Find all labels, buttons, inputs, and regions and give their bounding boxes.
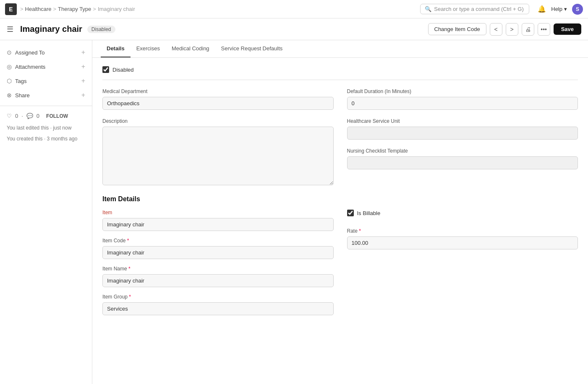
- nursing-checklist-input[interactable]: [347, 156, 578, 169]
- disabled-label: Disabled: [112, 67, 134, 73]
- item-label: Item: [102, 210, 334, 215]
- medical-department-input[interactable]: [102, 97, 334, 110]
- rate-label: Rate *: [347, 228, 578, 234]
- breadcrumb-sep2: >: [93, 6, 96, 12]
- description-input[interactable]: [102, 127, 334, 185]
- menu-icon[interactable]: ☰: [7, 25, 13, 34]
- nursing-checklist-group: Nursing Checklist Template: [347, 148, 578, 169]
- rate-group: Rate *: [347, 228, 578, 249]
- help-button[interactable]: Help ▾: [551, 6, 567, 12]
- search-bar[interactable]: 🔍 Search or type a command (Ctrl + G): [420, 4, 529, 14]
- like-count: 0: [15, 113, 18, 119]
- sidebar-attachments-label: Attachments: [15, 64, 78, 70]
- disabled-section: Disabled: [102, 66, 578, 80]
- tab-details[interactable]: Details: [101, 40, 131, 57]
- tags-icon: ⬡: [7, 78, 12, 84]
- sidebar-item-attachments[interactable]: ◎ Attachments +: [0, 60, 92, 74]
- attachments-add-icon[interactable]: +: [81, 63, 85, 70]
- item-details-grid: Item Item Code * Item Name * Item Group …: [102, 210, 578, 315]
- follow-button[interactable]: FOLLOW: [46, 113, 68, 119]
- rate-input[interactable]: [347, 236, 578, 249]
- sidebar-item-share[interactable]: ⊗ Share +: [0, 88, 92, 102]
- item-group-input[interactable]: [102, 302, 334, 315]
- item-code-label: Item Code *: [102, 238, 334, 244]
- like-comment-row: ♡ 0 · 💬 0 FOLLOW: [0, 109, 92, 122]
- item-left-col: Item Item Code * Item Name * Item Group …: [102, 210, 334, 315]
- medical-department-group: Medical Department: [102, 88, 334, 110]
- nursing-checklist-label: Nursing Checklist Template: [347, 148, 578, 154]
- assigned-to-add-icon[interactable]: +: [81, 49, 85, 56]
- item-name-group: Item Name *: [102, 266, 334, 287]
- content-area: Details Exercises Medical Coding Service…: [92, 40, 588, 384]
- default-duration-group: Default Duration (In Minutes): [347, 88, 578, 110]
- breadcrumb-current: Imaginary chair: [98, 6, 135, 12]
- tags-add-icon[interactable]: +: [81, 77, 85, 85]
- sidebar-share-label: Share: [15, 92, 78, 99]
- app-icon[interactable]: E: [5, 3, 17, 15]
- item-group: Item: [102, 210, 334, 231]
- heart-icon[interactable]: ♡: [7, 113, 12, 119]
- breadcrumb-healthcare[interactable]: Healthcare: [25, 6, 52, 12]
- tab-exercises[interactable]: Exercises: [131, 40, 166, 57]
- item-code-input[interactable]: [102, 246, 334, 259]
- item-group-req: *: [129, 294, 131, 300]
- description-group: Description: [102, 118, 334, 185]
- breadcrumb-sep1: >: [53, 6, 56, 12]
- save-button[interactable]: Save: [554, 23, 581, 35]
- comment-icon[interactable]: 💬: [26, 113, 33, 119]
- help-chevron-icon: ▾: [564, 6, 567, 12]
- tab-service-request-defaults[interactable]: Service Request Defaults: [215, 40, 289, 57]
- next-button[interactable]: >: [506, 23, 518, 36]
- breadcrumb: > Healthcare > Therapy Type > Imaginary …: [20, 6, 135, 12]
- item-input[interactable]: [102, 218, 334, 231]
- change-item-code-button[interactable]: Change Item Code: [428, 23, 486, 35]
- user-avatar[interactable]: S: [572, 4, 583, 15]
- page-header: ☰ Imaginary chair Disabled Change Item C…: [0, 18, 588, 40]
- search-icon: 🔍: [425, 6, 431, 12]
- item-code-group: Item Code *: [102, 238, 334, 259]
- healthcare-service-unit-group: Healthcare Service Unit: [347, 118, 578, 140]
- item-name-label: Item Name *: [102, 266, 334, 272]
- sidebar-item-assigned-to[interactable]: ⊙ Assigned To +: [0, 45, 92, 60]
- assigned-to-icon: ⊙: [7, 49, 12, 56]
- sidebar-assigned-to-label: Assigned To: [15, 49, 78, 56]
- topbar: E > Healthcare > Therapy Type > Imaginar…: [0, 0, 588, 18]
- description-label: Description: [102, 118, 334, 124]
- prev-button[interactable]: <: [490, 23, 502, 36]
- right-col-group: Healthcare Service Unit Nursing Checklis…: [347, 118, 578, 185]
- dot-separator: ·: [21, 113, 23, 119]
- is-billable-checkbox[interactable]: [347, 210, 354, 216]
- breadcrumb-sep0: >: [20, 6, 24, 12]
- default-duration-input[interactable]: [347, 97, 578, 110]
- form-content: Disabled Medical Department Default Dura…: [92, 58, 588, 324]
- sidebar-item-tags[interactable]: ⬡ Tags +: [0, 74, 92, 88]
- tab-medical-coding[interactable]: Medical Coding: [166, 40, 215, 57]
- rate-req: *: [359, 228, 361, 234]
- attachments-icon: ◎: [7, 63, 12, 70]
- comment-count: 0: [37, 113, 39, 119]
- is-billable-row: Is Billable: [347, 210, 578, 216]
- details-grid: Medical Department Default Duration (In …: [102, 88, 578, 185]
- healthcare-service-unit-label: Healthcare Service Unit: [347, 118, 578, 124]
- header-actions: Change Item Code < > 🖨 ••• Save: [428, 23, 582, 36]
- item-code-req: *: [127, 238, 129, 244]
- created-text: You created this · 3 months ago: [0, 133, 92, 144]
- notification-icon[interactable]: 🔔: [538, 5, 546, 13]
- topbar-right: 🔔 Help ▾ S: [538, 4, 583, 15]
- print-button[interactable]: 🖨: [522, 23, 534, 36]
- last-edited-text: You last edited this · just now: [0, 122, 92, 133]
- item-name-req: *: [128, 266, 131, 272]
- disabled-checkbox[interactable]: [102, 66, 109, 73]
- breadcrumb-therapy-type[interactable]: Therapy Type: [58, 6, 91, 12]
- share-icon: ⊗: [7, 92, 12, 99]
- sidebar: ⊙ Assigned To + ◎ Attachments + ⬡ Tags +…: [0, 40, 92, 384]
- more-options-button[interactable]: •••: [538, 23, 550, 36]
- healthcare-service-unit-input[interactable]: [347, 127, 578, 140]
- item-group-group: Item Group *: [102, 294, 334, 315]
- item-right-col: Is Billable Rate *: [347, 210, 578, 315]
- status-badge: Disabled: [87, 26, 115, 33]
- item-details-title: Item Details: [102, 195, 578, 203]
- is-billable-label: Is Billable: [357, 210, 381, 216]
- share-add-icon[interactable]: +: [81, 91, 85, 99]
- item-name-input[interactable]: [102, 274, 334, 287]
